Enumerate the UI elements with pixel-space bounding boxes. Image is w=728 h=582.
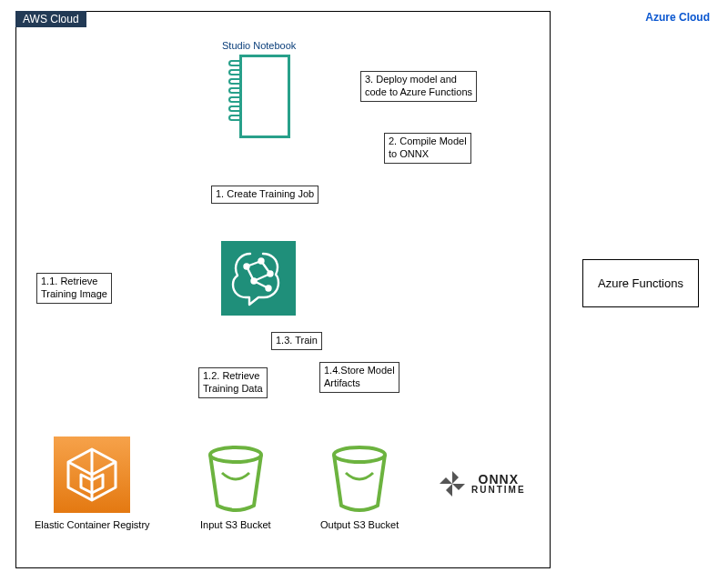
step-1-label: 1. Create Training Job xyxy=(211,186,318,204)
svg-point-6 xyxy=(334,447,385,462)
onnx-sub: RUNTIME xyxy=(471,486,526,495)
step-3-line1: 3. Deploy model and xyxy=(365,74,457,85)
onnx-runtime-node: ONNX RUNTIME xyxy=(439,470,526,497)
step-1-1-line1: 1.1. Retrieve xyxy=(41,276,97,286)
notebook-icon xyxy=(227,55,292,138)
step-1-1-label: 1.1. Retrieve Training Image xyxy=(36,273,112,304)
step-1-1-line2: Training Image xyxy=(41,288,107,299)
step-1-4-line2: Artifacts xyxy=(324,377,360,388)
ecr-label: Elastic Container Registry xyxy=(35,519,150,530)
ecr-cube-icon xyxy=(54,436,130,513)
step-1-4-label: 1.4.Store Model Artifacts xyxy=(319,362,399,393)
step-2-line1: 2. Compile Model xyxy=(389,135,467,146)
azure-functions-node: Azure Functions xyxy=(582,259,699,307)
input-bucket-label: Input S3 Bucket xyxy=(200,519,271,530)
bucket-icon xyxy=(206,446,266,513)
bucket-icon xyxy=(329,446,389,513)
step-1-3-label: 1.3. Train xyxy=(271,332,322,350)
step-1-4-line1: 1.4.Store Model xyxy=(324,365,395,376)
step-2-label: 2. Compile Model to ONNX xyxy=(384,133,471,164)
studio-notebook-label: Studio Notebook xyxy=(222,40,296,51)
sagemaker-brain-icon xyxy=(221,241,296,316)
step-3-label: 3. Deploy model and code to Azure Functi… xyxy=(360,71,477,102)
svg-point-5 xyxy=(210,447,261,462)
onnx-pinwheel-icon xyxy=(439,470,466,497)
azure-functions-label: Azure Functions xyxy=(598,276,683,290)
input-bucket-node: Input S3 Bucket xyxy=(200,446,271,530)
output-bucket-node: Output S3 Bucket xyxy=(320,446,399,530)
step-1-2-label: 1.2. Retrieve Training Data xyxy=(198,367,268,398)
output-bucket-label: Output S3 Bucket xyxy=(320,519,399,530)
studio-notebook-node: Studio Notebook xyxy=(222,36,296,141)
step-2-line2: to ONNX xyxy=(389,148,429,159)
sagemaker-node xyxy=(221,241,296,318)
step-1-2-line1: 1.2. Retrieve xyxy=(203,370,259,381)
azure-cloud-label: Azure Cloud xyxy=(645,11,710,24)
step-3-line2: code to Azure Functions xyxy=(365,86,472,97)
step-1-2-line2: Training Data xyxy=(203,383,263,394)
ecr-node: Elastic Container Registry xyxy=(35,436,150,530)
onnx-text: ONNX RUNTIME xyxy=(471,473,526,495)
aws-cloud-label: AWS Cloud xyxy=(15,11,86,27)
